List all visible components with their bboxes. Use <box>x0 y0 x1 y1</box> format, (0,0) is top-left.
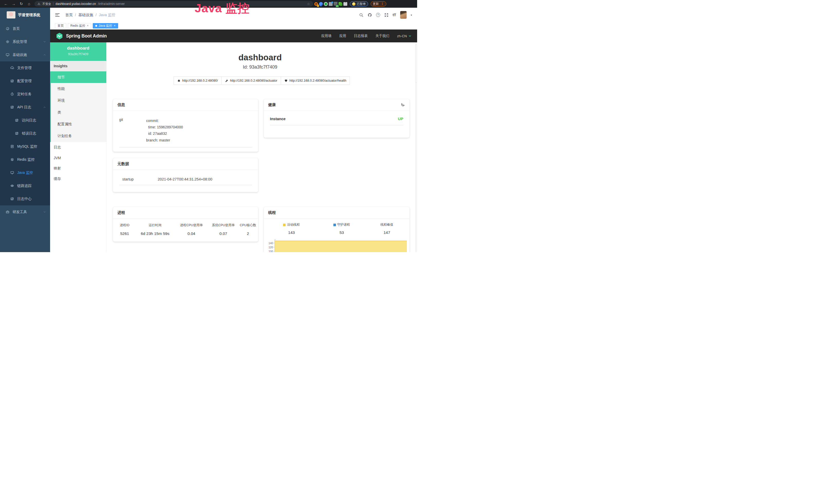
security-label[interactable]: 不安全 <box>42 2 51 6</box>
address-bar[interactable]: ⚠ 不安全 dashboard.yudao.iocoder.cn/infra/a… <box>35 1 313 7</box>
sba-nav-about[interactable]: 关于我们 <box>375 33 389 38</box>
v-extension-icon[interactable] <box>324 2 328 6</box>
instance-header[interactable]: dashboard 93a3fc7f7409 <box>50 42 106 61</box>
app-logo-row[interactable]: 芋道管理系统 <box>0 8 50 22</box>
sidebar-item-home[interactable]: 首页 <box>0 22 50 35</box>
sba-nav-journal[interactable]: 日志报表 <box>354 33 368 38</box>
sba-item-mappings[interactable]: 映射 <box>50 163 106 174</box>
sidebar-item-config[interactable]: 配置管理 <box>0 74 50 88</box>
browser-forward-icon[interactable]: → <box>10 0 17 8</box>
instance-id-subtitle: Id: 93a3fc7f7409 <box>107 65 414 70</box>
instance-id: 93a3fc7f7409 <box>50 52 106 56</box>
tag-tab-redis[interactable]: Redis 监控 × <box>68 23 91 28</box>
service-url-button[interactable]: http://192.168.0.2:48080/ <box>174 76 222 85</box>
browser-back-icon[interactable]: ← <box>3 0 9 8</box>
actuator-url-button[interactable]: http://192.168.0.2:48080/actuator <box>221 76 281 85</box>
sidebar-item-label: API 日志 <box>17 105 31 110</box>
tag-tab-java[interactable]: Java 监控 × <box>93 23 118 28</box>
metadata-value: 2021-04-27T00:44:31.254+08:00 <box>158 177 212 181</box>
live-threads-value: 143 <box>264 230 319 235</box>
browser-reload-icon[interactable]: ↻ <box>18 0 25 8</box>
sidebar-item-java[interactable]: Java 监控 <box>0 166 50 179</box>
sidebar-item-label: 链路追踪 <box>17 184 31 188</box>
y-axis-tick: 100 <box>266 250 273 252</box>
collapse-sidebar-icon[interactable] <box>55 13 60 17</box>
sba-item-environment[interactable]: 环境 <box>51 95 106 107</box>
sba-brand-title[interactable]: Spring Boot Admin <box>66 33 107 39</box>
sidebar-item-mysql[interactable]: MySQL 监控 <box>0 140 50 153</box>
sidebar-item-job[interactable]: 定时任务 <box>0 88 50 101</box>
breadcrumb-infra[interactable]: 基础设施 <box>78 13 93 18</box>
bookmark-star-icon[interactable]: ☆ <box>307 2 310 6</box>
sidebar-item-accesslog[interactable]: 访问日志 <box>0 114 50 127</box>
sidebar-item-file[interactable]: 文件管理 <box>0 61 50 74</box>
scrollbar-thumb[interactable] <box>415 44 417 83</box>
extensions-puzzle-icon[interactable] <box>344 2 347 6</box>
user-avatar[interactable] <box>400 11 407 19</box>
threads-legend: 活动线程 守护进程 线程峰值 <box>264 223 410 227</box>
health-url-button[interactable]: http://192.168.0.2:48080/actuator/health <box>281 76 350 85</box>
sidebar-item-errorlog[interactable]: 错误日志 <box>0 127 50 140</box>
sidebar-item-infra[interactable]: 基础设施 <box>0 48 50 61</box>
scrollbar[interactable] <box>415 42 417 252</box>
browser-home-icon[interactable]: ⌂ <box>26 0 32 8</box>
close-icon[interactable]: × <box>114 24 115 27</box>
fullscreen-icon[interactable] <box>384 13 389 17</box>
help-icon[interactable]: ? <box>376 13 380 17</box>
sidebar-item-trace[interactable]: 链路追踪 <box>0 179 50 192</box>
close-icon[interactable]: × <box>87 24 89 27</box>
url-path: /infra/admin-server <box>98 2 125 6</box>
layers-icon <box>10 158 14 161</box>
extension-icon[interactable]: 1 <box>314 2 318 6</box>
search-icon[interactable] <box>359 13 364 17</box>
history-icon[interactable] <box>401 103 405 107</box>
sba-section-insights[interactable]: Insights <box>50 61 106 71</box>
caret-down-icon[interactable]: ▾ <box>411 14 412 17</box>
browser-update-button[interactable]: 更新 ⋮ <box>371 1 386 6</box>
health-url: http://192.168.0.2:48080/actuator/health <box>289 79 347 83</box>
font-size-icon[interactable]: tT <box>393 13 396 17</box>
threads-values: 143 53 147 <box>264 230 410 235</box>
leaf-extension-icon[interactable] <box>338 2 343 6</box>
list-extension-icon[interactable]: on <box>334 2 337 6</box>
info-key: git <box>119 118 146 143</box>
sba-nav-wall[interactable]: 应用墙 <box>321 33 332 38</box>
health-row-instance[interactable]: Instance UP <box>270 117 403 125</box>
paused-label: 已暂停 <box>357 2 366 6</box>
col-header: 进程ID <box>113 223 136 228</box>
health-key: Instance <box>270 117 286 121</box>
grid-extension-icon[interactable] <box>329 2 333 6</box>
sba-nav-applications[interactable]: 应用 <box>339 33 346 38</box>
chevron-up-icon <box>43 53 46 56</box>
system-cpu-value: 0.07 <box>209 231 238 236</box>
extension-badge: 1 <box>317 5 319 7</box>
sidebar-item-devtools[interactable]: 研发工具 <box>0 205 50 219</box>
sba-item-jvm[interactable]: JVM <box>50 153 106 163</box>
breadcrumb-separator: / <box>95 13 96 17</box>
sba-item-logs[interactable]: 日志 <box>50 142 106 153</box>
sba-item-caches[interactable]: 缓存 <box>50 174 106 184</box>
pin-extension-icon[interactable] <box>318 1 324 6</box>
legend-peak: 线程峰值 <box>364 223 410 227</box>
cpu-cores-value: 2 <box>238 231 258 236</box>
sba-item-details[interactable]: 细节 <box>51 71 106 83</box>
breadcrumb-home[interactable]: 首页 <box>65 13 73 18</box>
sba-item-configprops[interactable]: 配置属性 <box>51 118 106 130</box>
clock-icon <box>10 92 14 96</box>
url-host: dashboard.yudao.iocoder.cn <box>56 2 96 6</box>
sidebar-item-logcenter[interactable]: 日志中心 <box>0 192 50 205</box>
language-selector[interactable]: zh-CN <box>397 34 412 38</box>
sidebar-item-system[interactable]: 系统管理 <box>0 35 50 48</box>
chevron-up-icon <box>43 106 46 109</box>
sba-item-scheduled[interactable]: 计划任务 <box>51 130 106 142</box>
sidebar-item-apilog[interactable]: API 日志 <box>0 101 50 114</box>
tag-tab-home[interactable]: 首页 <box>55 23 66 28</box>
sidebar-item-label: 日志中心 <box>17 197 31 201</box>
sba-item-metrics[interactable]: 性能 <box>51 83 106 95</box>
menu-dots-icon[interactable]: ⋮ <box>381 2 384 6</box>
sidebar-item-redis[interactable]: Redis 监控 <box>0 153 50 166</box>
pid-value: 5261 <box>113 231 136 236</box>
sba-item-classes[interactable]: 类 <box>51 107 106 118</box>
github-icon[interactable] <box>368 13 372 17</box>
profile-paused-chip[interactable]: 已暂停 <box>350 1 368 6</box>
